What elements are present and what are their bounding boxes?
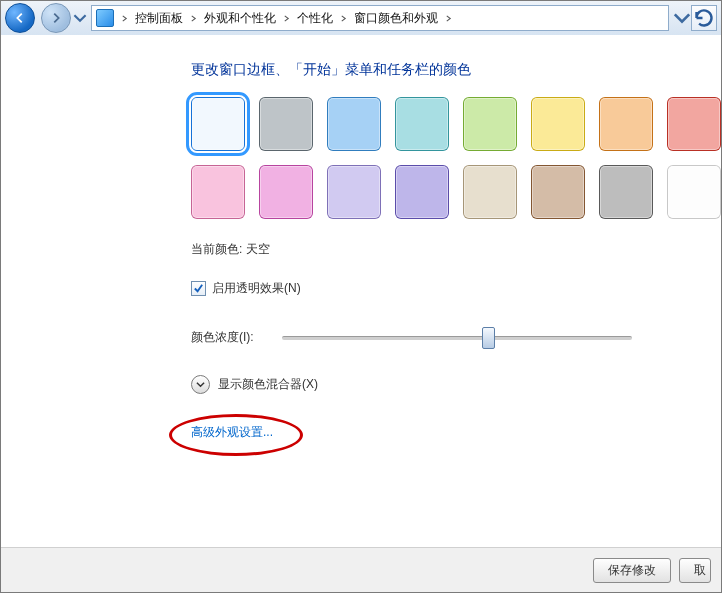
- cancel-button[interactable]: 取: [679, 558, 711, 583]
- color-swatch-pink[interactable]: [191, 165, 245, 219]
- page-title: 更改窗口边框、「开始」菜单和任务栏的颜色: [191, 61, 721, 79]
- color-mixer-row: 显示颜色混合器(X): [191, 375, 721, 394]
- current-color-value: 天空: [246, 241, 270, 258]
- breadcrumb-item[interactable]: 个性化: [293, 6, 337, 30]
- color-swatch-green[interactable]: [463, 97, 517, 151]
- color-intensity-label: 颜色浓度(I):: [191, 329, 254, 346]
- color-swatch-tan[interactable]: [463, 165, 517, 219]
- color-swatch-yellow[interactable]: [531, 97, 585, 151]
- breadcrumb-sep[interactable]: [187, 6, 200, 30]
- back-button[interactable]: [5, 3, 35, 33]
- enable-transparency-checkbox[interactable]: [191, 281, 206, 296]
- footer-bar: 保存修改 取: [1, 547, 721, 592]
- color-swatches: [191, 97, 721, 219]
- color-swatch-lavender[interactable]: [327, 165, 381, 219]
- content-area: 更改窗口边框、「开始」菜单和任务栏的颜色 当前颜色: 天空 启用透明效果(N) …: [1, 35, 721, 548]
- save-button[interactable]: 保存修改: [593, 558, 671, 583]
- breadcrumb-item[interactable]: 控制面板: [131, 6, 187, 30]
- advanced-appearance-link[interactable]: 高级外观设置...: [191, 425, 273, 439]
- color-swatch-fuchsia[interactable]: [259, 165, 313, 219]
- address-dropdown[interactable]: [673, 4, 691, 32]
- color-swatch-blue[interactable]: [327, 97, 381, 151]
- color-swatch-chocolate[interactable]: [531, 165, 585, 219]
- current-color-row: 当前颜色: 天空: [191, 241, 721, 258]
- color-swatch-red[interactable]: [667, 97, 721, 151]
- show-color-mixer-label: 显示颜色混合器(X): [218, 376, 318, 393]
- breadcrumb-sep[interactable]: [280, 6, 293, 30]
- slider-track: [282, 336, 632, 340]
- breadcrumb-sep[interactable]: [118, 6, 131, 30]
- enable-transparency-label: 启用透明效果(N): [212, 280, 301, 297]
- color-intensity-slider[interactable]: [282, 327, 632, 347]
- location-icon: [96, 9, 114, 27]
- header-bar: 控制面板外观和个性化个性化窗口颜色和外观: [1, 1, 721, 36]
- current-color-label: 当前颜色:: [191, 241, 242, 258]
- breadcrumb-sep[interactable]: [442, 6, 455, 30]
- refresh-button[interactable]: [691, 5, 717, 31]
- color-swatch-sky[interactable]: [191, 97, 245, 151]
- breadcrumb-sep[interactable]: [337, 6, 350, 30]
- intensity-row: 颜色浓度(I):: [191, 327, 721, 347]
- history-dropdown[interactable]: [73, 4, 87, 32]
- color-swatch-graphite[interactable]: [259, 97, 313, 151]
- color-swatch-teal[interactable]: [395, 97, 449, 151]
- breadcrumb-bar[interactable]: 控制面板外观和个性化个性化窗口颜色和外观: [91, 5, 669, 31]
- slider-thumb[interactable]: [482, 327, 495, 349]
- breadcrumb-item[interactable]: 外观和个性化: [200, 6, 280, 30]
- forward-button[interactable]: [41, 3, 71, 33]
- breadcrumb-item[interactable]: 窗口颜色和外观: [350, 6, 442, 30]
- color-swatch-orange[interactable]: [599, 97, 653, 151]
- color-swatch-violet[interactable]: [395, 165, 449, 219]
- color-swatch-frost[interactable]: [667, 165, 721, 219]
- color-swatch-slate[interactable]: [599, 165, 653, 219]
- transparency-row: 启用透明效果(N): [191, 280, 721, 297]
- show-color-mixer-toggle[interactable]: [191, 375, 210, 394]
- window-color-appearance: 控制面板外观和个性化个性化窗口颜色和外观 更改窗口边框、「开始」菜单和任务栏的颜…: [0, 0, 722, 593]
